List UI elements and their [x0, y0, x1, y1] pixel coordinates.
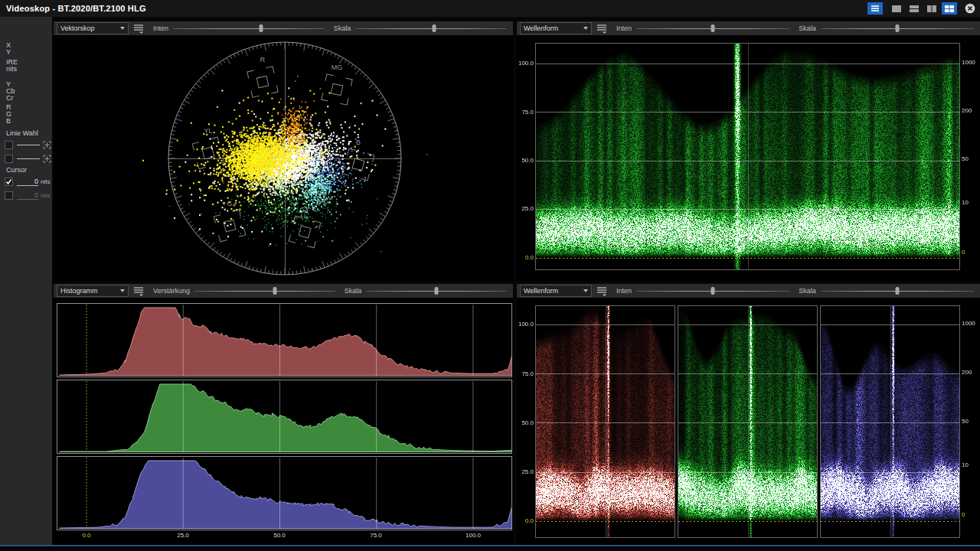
y-tick-50: 50.0	[518, 419, 534, 427]
line1-crosshair-picker-icon[interactable]	[43, 141, 51, 149]
y-tick-100: 100.0	[518, 60, 534, 67]
label-nits: nits	[6, 66, 18, 73]
cursor-row-2: 0 nits	[5, 191, 50, 200]
layout-columns-icon	[926, 5, 937, 13]
chevron-down-icon	[120, 289, 125, 292]
waveform-rgb-mode-dropdown[interactable]: Wellenform	[520, 285, 592, 297]
parade-blue-plot	[821, 306, 959, 537]
nits-tick-1000: 1000	[962, 59, 975, 67]
histogram-red-plot	[57, 304, 511, 377]
histogram-green-plot	[57, 380, 511, 453]
waveform-luma-plot	[536, 44, 959, 269]
skala-label: Skala	[799, 287, 816, 295]
check-icon	[5, 178, 12, 185]
layout-columns-button[interactable]	[924, 2, 939, 15]
close-button[interactable]	[963, 2, 977, 15]
waveform-rgb-options-icon[interactable]	[596, 286, 607, 296]
waveform-luma-options-icon[interactable]	[596, 24, 607, 34]
inten-label: Inten	[616, 287, 632, 295]
panel-histogram: Histogramm Verstärkung Skala 0.0 25.0 50…	[54, 284, 513, 546]
chevron-down-icon	[120, 27, 125, 30]
waveform-luma-skala-slider[interactable]	[821, 24, 974, 33]
cursor2-checkbox[interactable]	[5, 191, 13, 200]
cursor2-value-field[interactable]: 0	[17, 191, 38, 200]
readout-ycbcr: Y Cb Cr	[6, 81, 15, 102]
vectorscope-inten-slider[interactable]	[173, 24, 325, 33]
chevron-down-icon	[583, 27, 588, 30]
x-tick-0: 0.0	[71, 532, 102, 539]
histogram-options-icon[interactable]	[133, 286, 144, 296]
line1-checkbox[interactable]	[5, 141, 13, 149]
skala-label: Skala	[334, 24, 351, 32]
slider-track	[173, 28, 325, 29]
nits-tick-200: 200	[962, 107, 972, 115]
inten-label: Inten	[616, 24, 632, 32]
layout-single-button[interactable]	[889, 2, 904, 15]
slider-thumb[interactable]	[711, 24, 715, 32]
nits-tick-200: 200	[962, 369, 972, 377]
histogram-skala-slider[interactable]	[366, 286, 507, 295]
nits-tick-50: 50	[962, 418, 969, 425]
layout-single-icon	[891, 5, 902, 13]
vectorscope-mode-value: Vektorskop	[60, 24, 95, 32]
vectorscope-mode-dropdown[interactable]: Vektorskop	[57, 22, 129, 34]
waveform-luma-body: 100.0 75.0 50.0 25.0 0.0 1000 200 50 10 …	[517, 35, 980, 282]
slider-thumb[interactable]	[895, 24, 899, 32]
vectorscope-header: Vektorskop Inten Skala	[54, 21, 513, 35]
panel-waveform-rgb: Wellenform Inten Skala 100.0 75.0 50.0 2…	[517, 284, 980, 546]
nits-tick-50: 50	[962, 155, 969, 163]
vectorscope-skala-slider[interactable]	[355, 24, 507, 33]
histogram-gain-slider[interactable]	[194, 286, 335, 295]
slider-thumb[interactable]	[435, 287, 439, 295]
histogram-blue-plot	[57, 457, 511, 530]
vectorscope-plot	[54, 35, 513, 282]
line2-crosshair-picker-icon[interactable]	[43, 155, 51, 163]
nits-tick-1000: 1000	[962, 320, 975, 328]
layout-rows-button[interactable]	[906, 2, 922, 15]
parade-red-plot	[536, 306, 675, 537]
histogram-body: 0.0 25.0 50.0 75.0 100.0	[54, 298, 513, 546]
readout-xy: X Y	[6, 42, 11, 56]
line-select-row-1	[5, 140, 51, 149]
x-tick-25: 25.0	[168, 532, 198, 539]
cursor1-checkbox[interactable]	[5, 178, 13, 186]
histogram-mode-dropdown[interactable]: Histogramm	[57, 285, 129, 297]
nits-tick-0: 0	[962, 249, 965, 256]
slider-thumb[interactable]	[273, 287, 276, 295]
waveform-rgb-skala-slider[interactable]	[821, 286, 974, 295]
y-tick-25: 25.0	[518, 205, 534, 213]
inten-label: Inten	[153, 24, 168, 32]
skala-label: Skala	[345, 287, 362, 295]
histogram-header: Histogramm Verstärkung Skala	[54, 284, 513, 298]
waveform-luma-header: Wellenform Inten Skala	[517, 21, 980, 35]
y-tick-0: 0.0	[518, 254, 534, 262]
cursor-label: Cursor	[6, 167, 27, 174]
vectorscope-options-icon[interactable]	[133, 24, 144, 34]
slider-thumb[interactable]	[895, 287, 899, 295]
slider-thumb[interactable]	[433, 24, 436, 32]
panel-waveform-luma: Wellenform Inten Skala 100.0 75.0 50.0 2…	[517, 21, 980, 282]
slider-thumb[interactable]	[711, 287, 715, 295]
line-select-label: Linie Wahl	[6, 130, 38, 137]
waveform-rgb-inten-slider[interactable]	[636, 286, 789, 295]
close-icon	[965, 3, 975, 14]
waveform-luma-mode-dropdown[interactable]: Wellenform	[520, 22, 592, 34]
layout-quad-button[interactable]	[942, 2, 957, 15]
waveform-rgb-body: 100.0 75.0 50.0 25.0 0.0 1000 200 50 10 …	[517, 298, 980, 546]
slider-thumb[interactable]	[259, 24, 263, 32]
line2-checkbox[interactable]	[5, 155, 13, 163]
readout-units: IRE nits	[6, 59, 18, 73]
waveform-luma-inten-slider[interactable]	[636, 24, 789, 33]
videoskop-window: Videoskop - BT.2020/BT.2100 HLG	[0, 0, 980, 551]
menu-button[interactable]	[867, 2, 883, 15]
waveform-rgb-mode-value: Wellenform	[524, 287, 558, 295]
line1-style-preview	[17, 145, 40, 145]
titlebar-buttons	[867, 0, 977, 17]
y-tick-75: 75.0	[518, 370, 534, 378]
layout-rows-icon	[909, 5, 920, 13]
x-tick-50: 50.0	[264, 532, 295, 539]
cursor1-value-field[interactable]: 0	[17, 178, 38, 186]
chevron-down-icon	[583, 289, 588, 292]
waveform-rgb-header: Wellenform Inten Skala	[517, 284, 980, 298]
slider-track	[355, 28, 507, 29]
